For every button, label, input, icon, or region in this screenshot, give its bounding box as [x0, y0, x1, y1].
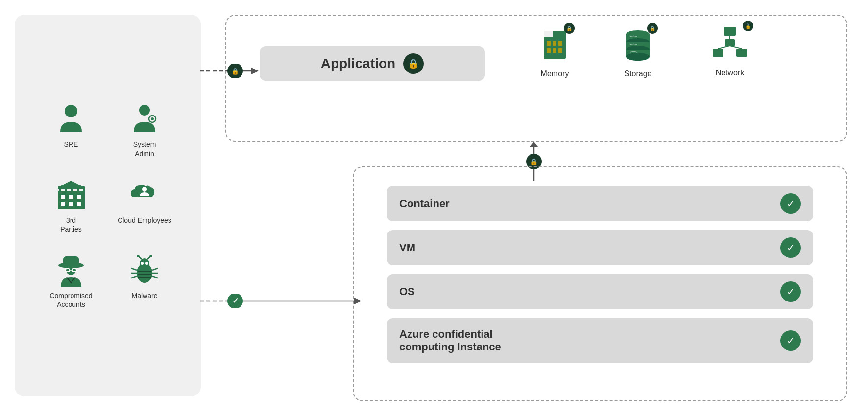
- building-icon: [54, 178, 88, 212]
- svg-point-20: [142, 187, 147, 192]
- memory-label: Memory: [539, 70, 571, 78]
- svg-rect-10: [61, 202, 65, 206]
- svg-rect-3: [137, 128, 152, 132]
- container-label: Container: [399, 197, 450, 210]
- memory-lock-badge: 🔒: [564, 23, 575, 34]
- threat-item-3rd-parties: 3rdParties: [39, 178, 103, 233]
- system-admin-icon: [127, 102, 162, 136]
- svg-rect-7: [61, 195, 65, 199]
- svg-marker-76: [530, 142, 538, 147]
- container-row: Container ✓: [387, 186, 813, 221]
- application-lock-icon: 🔒: [403, 53, 424, 74]
- sre-label: SRE: [64, 140, 78, 149]
- threat-grid: SRE SystemAdmin: [24, 92, 191, 319]
- network-icon: [710, 24, 749, 63]
- threat-item-cloud-employees: Cloud Employees: [113, 178, 176, 233]
- svg-rect-56: [553, 48, 556, 53]
- memory-icon-wrapper: 🔒: [539, 27, 571, 64]
- svg-text:✓: ✓: [232, 297, 239, 305]
- threat-item-compromised: CompromisedAccounts: [39, 253, 103, 309]
- threat-item-malware: Malware: [113, 253, 176, 309]
- application-label: Application: [321, 56, 395, 71]
- svg-point-2: [139, 105, 150, 116]
- svg-point-64: [626, 53, 650, 61]
- svg-marker-19: [58, 181, 84, 187]
- svg-rect-11: [69, 202, 73, 206]
- storage-icon-wrapper: 🔒: [622, 27, 654, 64]
- application-label-box: Application 🔒: [260, 46, 485, 81]
- svg-rect-67: [736, 49, 747, 57]
- svg-line-70: [718, 46, 730, 49]
- azure-confidential-row: Azure confidentialcomputing Instance ✓: [387, 318, 813, 363]
- container-check-icon: ✓: [780, 193, 801, 214]
- memory-resource: 🔒 Memory: [539, 27, 571, 78]
- storage-resource: 🔒 Storage: [622, 27, 654, 78]
- svg-rect-12: [77, 202, 81, 206]
- svg-line-71: [730, 46, 742, 49]
- network-resource: 🔒 Network: [710, 24, 749, 77]
- bug-icon: [127, 253, 162, 287]
- storage-label: Storage: [622, 70, 654, 78]
- svg-line-38: [152, 268, 158, 270]
- svg-marker-51: [544, 31, 553, 37]
- azure-confidential-check-icon: ✓: [780, 330, 801, 351]
- vm-label: VM: [399, 241, 415, 254]
- network-label: Network: [710, 69, 749, 77]
- azure-confidential-label: Azure confidentialcomputing Instance: [399, 328, 501, 353]
- os-label: OS: [399, 285, 415, 298]
- svg-point-34: [145, 262, 148, 265]
- svg-marker-81: [354, 298, 362, 304]
- svg-rect-57: [558, 48, 562, 53]
- svg-point-33: [141, 262, 144, 265]
- malware-label: Malware: [132, 291, 158, 300]
- svg-rect-52: [547, 41, 551, 46]
- spy-icon: [54, 253, 88, 287]
- cloud-employees-label: Cloud Employees: [118, 216, 171, 225]
- threat-item-system-admin: SystemAdmin: [113, 102, 176, 158]
- svg-text:🔒: 🔒: [530, 158, 538, 166]
- svg-point-32: [150, 255, 152, 257]
- svg-rect-54: [558, 41, 562, 46]
- threat-panel: SRE SystemAdmin: [15, 15, 201, 396]
- vm-check-icon: ✓: [780, 237, 801, 258]
- os-row: OS ✓: [387, 274, 813, 309]
- 3rd-parties-label: 3rdParties: [60, 216, 82, 233]
- sre-icon: [54, 102, 88, 136]
- svg-rect-1: [63, 128, 79, 132]
- threat-item-sre: SRE: [39, 102, 103, 158]
- vm-row: VM ✓: [387, 230, 813, 265]
- cloud-employees-icon: [127, 178, 162, 212]
- network-icon-wrapper: 🔒: [710, 24, 749, 63]
- svg-rect-9: [77, 195, 81, 199]
- svg-rect-8: [69, 195, 73, 199]
- svg-rect-68: [725, 39, 735, 46]
- infrastructure-items: Container ✓ VM ✓ OS ✓ Azure confidential…: [387, 186, 813, 363]
- svg-rect-6: [58, 191, 85, 209]
- system-admin-label: SystemAdmin: [133, 140, 156, 158]
- svg-rect-65: [724, 27, 736, 36]
- svg-line-37: [131, 276, 137, 278]
- storage-lock-badge: 🔒: [647, 23, 658, 34]
- svg-rect-22: [63, 256, 79, 266]
- svg-point-0: [65, 105, 77, 117]
- svg-point-30: [137, 255, 140, 257]
- network-lock-badge: 🔒: [743, 21, 753, 31]
- svg-point-5: [151, 117, 154, 120]
- svg-rect-53: [553, 41, 556, 46]
- svg-rect-55: [547, 48, 551, 53]
- compromised-accounts-label: CompromisedAccounts: [49, 291, 92, 309]
- svg-line-40: [152, 276, 158, 278]
- svg-line-35: [131, 268, 137, 270]
- main-canvas: SRE SystemAdmin: [0, 0, 868, 417]
- bottom-arrow-connector: ✓: [200, 294, 362, 308]
- svg-rect-66: [713, 49, 723, 57]
- os-check-icon: ✓: [780, 281, 801, 302]
